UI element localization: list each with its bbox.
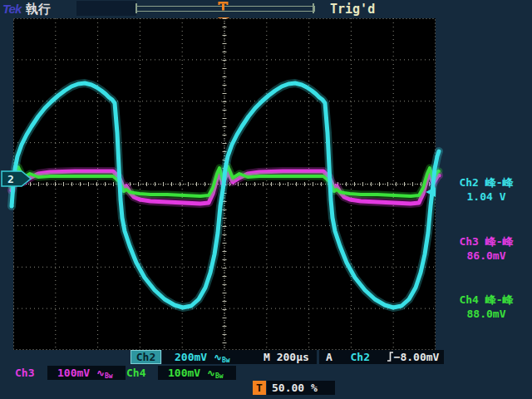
measurement-ch2: Ch2 峰-峰 1.04 V xyxy=(442,175,530,204)
channel2-ground-marker: 2 xyxy=(1,170,34,190)
ch2-scale-readout: 200mV ∿Bw xyxy=(162,350,260,364)
timebase-value: 200µs xyxy=(277,351,309,363)
timebase-readout: M 200µs xyxy=(260,350,317,364)
trigger-source: Ch2 xyxy=(350,351,369,363)
channel2-marker-label: 2 xyxy=(7,173,14,185)
measurement-ch2-title: Ch2 峰-峰 xyxy=(442,175,530,190)
bandwidth-limit-icon: Bw xyxy=(105,372,113,380)
ch3-scale-readout: 100mV ∿Bw xyxy=(47,366,126,380)
bandwidth-limit-icon: Bw xyxy=(215,372,224,380)
trigger-level-value: −8.00mV xyxy=(394,351,440,363)
waveform-display xyxy=(13,18,436,350)
ch2-scale-value: 200mV xyxy=(175,351,207,363)
timebase-label: M xyxy=(264,351,270,363)
horizontal-trigger-t-icon: T xyxy=(253,381,266,395)
measurement-ch3-value: 86.0mV xyxy=(442,249,530,263)
ch4-scale-value: 100mV xyxy=(168,367,200,379)
ac-coupling-icon: ∿ xyxy=(214,352,222,363)
trigger-mode: A xyxy=(326,351,332,363)
ch2-channel-badge: Ch2 xyxy=(131,350,161,364)
ch3-scale-value: 100mV xyxy=(57,367,90,379)
ac-coupling-icon: ∿ xyxy=(207,367,215,379)
measurement-ch2-value: 1.04 V xyxy=(442,190,530,204)
ac-coupling-icon: ∿ xyxy=(96,367,105,379)
measurement-ch3-title: Ch3 峰-峰 xyxy=(442,234,530,249)
measurement-ch3: Ch3 峰-峰 86.0mV xyxy=(442,234,530,263)
measurement-ch4-title: Ch4 峰-峰 xyxy=(442,293,530,307)
measurement-ch4: Ch4 峰-峰 88.0mV xyxy=(442,293,530,321)
horizontal-trigger-position: 50.00 % xyxy=(267,381,335,395)
trigger-readout: A Ch2 −8.00mV xyxy=(319,350,444,364)
rising-edge-icon xyxy=(387,352,394,362)
ch4-channel-label: Ch4 xyxy=(126,366,145,380)
ch3-channel-label: Ch3 xyxy=(15,366,34,380)
measurement-ch4-value: 88.0mV xyxy=(442,307,530,321)
bandwidth-limit-icon: Bw xyxy=(222,357,230,364)
record-trigger-t-icon xyxy=(219,2,229,11)
ch4-scale-readout: 100mV ∿Bw xyxy=(158,366,236,380)
